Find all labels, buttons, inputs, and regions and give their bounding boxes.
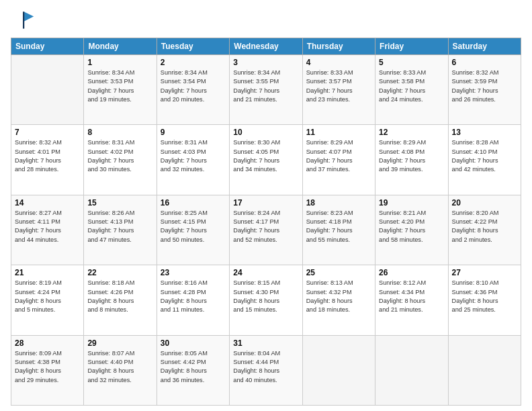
page-header [11,8,521,32]
day-number: 19 [379,198,444,208]
calendar-cell: 24Sunrise: 8:15 AMSunset: 4:30 PMDayligh… [230,265,302,335]
day-info: Sunrise: 8:04 AMSunset: 4:44 PMDaylight:… [233,349,298,385]
day-info: Sunrise: 8:18 AMSunset: 4:26 PMDaylight:… [87,279,152,314]
day-info: Sunrise: 8:33 AMSunset: 3:57 PMDaylight:… [306,68,371,104]
col-header-tuesday: Tuesday [157,38,229,55]
svg-rect-1 [23,11,24,28]
calendar-cell: 4Sunrise: 8:33 AMSunset: 3:57 PMDaylight… [302,55,375,125]
day-number: 15 [87,198,152,208]
calendar-cell: 21Sunrise: 8:19 AMSunset: 4:24 PMDayligh… [11,265,84,335]
day-number: 30 [161,338,226,348]
day-info: Sunrise: 8:15 AMSunset: 4:30 PMDaylight:… [233,279,298,314]
day-number: 3 [233,58,298,67]
calendar-cell [302,335,375,405]
day-number: 7 [15,128,80,137]
day-info: Sunrise: 8:26 AMSunset: 4:13 PMDaylight:… [87,209,152,244]
week-row-2: 7Sunrise: 8:32 AMSunset: 4:01 PMDaylight… [11,125,521,195]
week-row-1: 1Sunrise: 8:34 AMSunset: 3:53 PMDaylight… [11,55,521,125]
day-number: 8 [87,128,152,137]
day-info: Sunrise: 8:30 AMSunset: 4:05 PMDaylight:… [233,138,298,174]
week-row-4: 21Sunrise: 8:19 AMSunset: 4:24 PMDayligh… [11,265,521,335]
calendar-cell [11,55,84,125]
day-info: Sunrise: 8:23 AMSunset: 4:18 PMDaylight:… [306,209,371,244]
calendar-cell: 29Sunrise: 8:07 AMSunset: 4:40 PMDayligh… [84,335,157,405]
calendar-cell: 6Sunrise: 8:32 AMSunset: 3:59 PMDaylight… [448,55,521,125]
calendar-cell: 12Sunrise: 8:29 AMSunset: 4:08 PMDayligh… [375,125,448,195]
col-header-sunday: Sunday [11,38,84,55]
day-info: Sunrise: 8:07 AMSunset: 4:40 PMDaylight:… [87,349,152,385]
calendar-cell: 5Sunrise: 8:33 AMSunset: 3:58 PMDaylight… [375,55,448,125]
day-info: Sunrise: 8:05 AMSunset: 4:42 PMDaylight:… [161,349,226,385]
day-number: 1 [87,58,152,67]
calendar-cell: 22Sunrise: 8:18 AMSunset: 4:26 PMDayligh… [84,265,157,335]
day-number: 12 [379,128,444,137]
day-info: Sunrise: 8:09 AMSunset: 4:38 PMDaylight:… [15,349,80,385]
day-number: 31 [233,338,298,348]
calendar-cell: 25Sunrise: 8:13 AMSunset: 4:32 PMDayligh… [302,265,375,335]
day-number: 16 [161,198,226,208]
calendar-table: SundayMondayTuesdayWednesdayThursdayFrid… [11,38,521,406]
col-header-thursday: Thursday [302,38,375,55]
day-number: 21 [15,268,80,277]
calendar-cell: 30Sunrise: 8:05 AMSunset: 4:42 PMDayligh… [157,335,229,405]
calendar-cell: 15Sunrise: 8:26 AMSunset: 4:13 PMDayligh… [84,195,157,265]
calendar-cell: 1Sunrise: 8:34 AMSunset: 3:53 PMDaylight… [84,55,157,125]
calendar-cell: 11Sunrise: 8:29 AMSunset: 4:07 PMDayligh… [302,125,375,195]
day-info: Sunrise: 8:33 AMSunset: 3:58 PMDaylight:… [379,68,444,104]
calendar-cell: 26Sunrise: 8:12 AMSunset: 4:34 PMDayligh… [375,265,448,335]
calendar-cell: 18Sunrise: 8:23 AMSunset: 4:18 PMDayligh… [302,195,375,265]
day-number: 23 [161,268,226,277]
day-info: Sunrise: 8:28 AMSunset: 4:10 PMDaylight:… [452,138,517,174]
day-info: Sunrise: 8:25 AMSunset: 4:15 PMDaylight:… [161,209,226,244]
day-info: Sunrise: 8:12 AMSunset: 4:34 PMDaylight:… [379,279,444,314]
day-number: 20 [452,198,517,208]
day-info: Sunrise: 8:32 AMSunset: 4:01 PMDaylight:… [15,138,80,174]
day-info: Sunrise: 8:31 AMSunset: 4:02 PMDaylight:… [87,138,152,174]
day-info: Sunrise: 8:10 AMSunset: 4:36 PMDaylight:… [452,279,517,314]
day-info: Sunrise: 8:21 AMSunset: 4:20 PMDaylight:… [379,209,444,244]
day-info: Sunrise: 8:31 AMSunset: 4:03 PMDaylight:… [161,138,226,174]
day-number: 28 [15,338,80,348]
calendar-cell: 20Sunrise: 8:20 AMSunset: 4:22 PMDayligh… [448,195,521,265]
day-number: 4 [306,58,371,67]
svg-marker-0 [24,11,34,21]
day-info: Sunrise: 8:34 AMSunset: 3:55 PMDaylight:… [233,68,298,104]
calendar-cell: 31Sunrise: 8:04 AMSunset: 4:44 PMDayligh… [230,335,302,405]
calendar-cell: 3Sunrise: 8:34 AMSunset: 3:55 PMDaylight… [230,55,302,125]
day-number: 26 [379,268,444,277]
day-info: Sunrise: 8:27 AMSunset: 4:11 PMDaylight:… [15,209,80,244]
day-number: 6 [452,58,517,67]
day-number: 2 [161,58,226,67]
day-info: Sunrise: 8:34 AMSunset: 3:54 PMDaylight:… [161,68,226,104]
day-info: Sunrise: 8:24 AMSunset: 4:17 PMDaylight:… [233,209,298,244]
calendar-cell: 13Sunrise: 8:28 AMSunset: 4:10 PMDayligh… [448,125,521,195]
col-header-friday: Friday [375,38,448,55]
week-row-3: 14Sunrise: 8:27 AMSunset: 4:11 PMDayligh… [11,195,521,265]
day-number: 10 [233,128,298,137]
day-number: 25 [306,268,371,277]
day-info: Sunrise: 8:13 AMSunset: 4:32 PMDaylight:… [306,279,371,314]
day-number: 29 [87,338,152,348]
day-number: 18 [306,198,371,208]
calendar-cell: 19Sunrise: 8:21 AMSunset: 4:20 PMDayligh… [375,195,448,265]
day-number: 17 [233,198,298,208]
col-header-saturday: Saturday [448,38,521,55]
day-number: 5 [379,58,444,67]
calendar-cell: 27Sunrise: 8:10 AMSunset: 4:36 PMDayligh… [448,265,521,335]
day-info: Sunrise: 8:29 AMSunset: 4:07 PMDaylight:… [306,138,371,174]
day-info: Sunrise: 8:19 AMSunset: 4:24 PMDaylight:… [15,279,80,314]
calendar-cell: 9Sunrise: 8:31 AMSunset: 4:03 PMDaylight… [157,125,229,195]
day-info: Sunrise: 8:29 AMSunset: 4:08 PMDaylight:… [379,138,444,174]
day-info: Sunrise: 8:16 AMSunset: 4:28 PMDaylight:… [161,279,226,314]
calendar-cell: 8Sunrise: 8:31 AMSunset: 4:02 PMDaylight… [84,125,157,195]
day-number: 14 [15,198,80,208]
logo-icon [11,8,35,32]
day-number: 13 [452,128,517,137]
day-info: Sunrise: 8:34 AMSunset: 3:53 PMDaylight:… [87,68,152,104]
day-number: 22 [87,268,152,277]
logo [11,8,38,32]
day-info: Sunrise: 8:32 AMSunset: 3:59 PMDaylight:… [452,68,517,104]
col-header-wednesday: Wednesday [230,38,302,55]
calendar-cell: 17Sunrise: 8:24 AMSunset: 4:17 PMDayligh… [230,195,302,265]
calendar-cell [448,335,521,405]
